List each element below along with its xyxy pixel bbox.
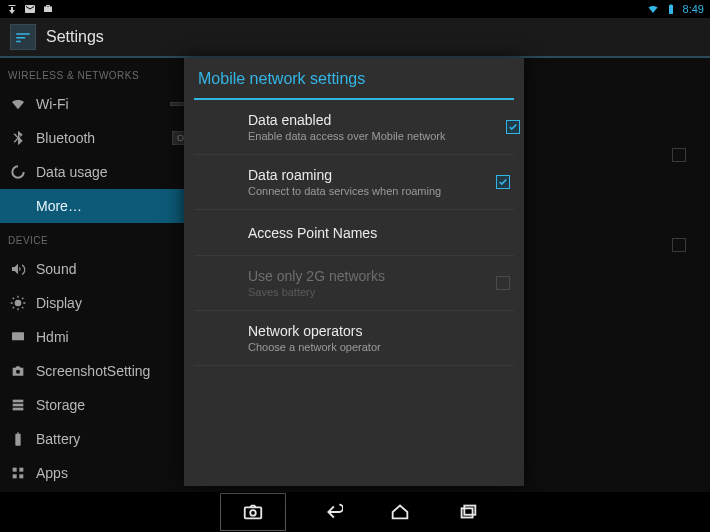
pref-title: Data roaming <box>248 167 486 183</box>
sidebar-item-label: Storage <box>36 397 200 413</box>
sidebar-item-apps[interactable]: Apps <box>0 456 210 490</box>
download-icon <box>6 3 18 15</box>
pref-summary: Saves battery <box>248 286 486 298</box>
nav-recent-button[interactable] <box>446 498 490 526</box>
category-header-device: DEVICE <box>0 223 210 252</box>
sidebar-item-label: More… <box>36 198 200 214</box>
sidebar-item-wifi[interactable]: Wi-Fi <box>0 87 210 121</box>
sidebar-item-screenshotsetting[interactable]: ScreenshotSetting <box>0 354 210 388</box>
dialog-title: Mobile network settings <box>184 58 524 98</box>
system-nav-bar <box>0 492 710 532</box>
camera-icon <box>231 498 275 526</box>
pref-summary: Enable data access over Mobile network <box>248 130 486 142</box>
battery-icon <box>665 3 677 15</box>
svg-rect-8 <box>13 474 17 478</box>
data-usage-icon <box>10 164 26 180</box>
camera-icon <box>10 363 26 379</box>
sidebar-item-datausage[interactable]: Data usage <box>0 155 210 189</box>
nav-home-button[interactable] <box>378 498 422 526</box>
sidebar-item-label: Hdmi <box>36 329 200 345</box>
svg-rect-4 <box>13 404 24 407</box>
pref-title: Network operators <box>248 323 486 339</box>
sidebar-item-storage[interactable]: Storage <box>0 388 210 422</box>
category-header-wireless: WIRELESS & NETWORKS <box>0 58 210 87</box>
svg-point-2 <box>16 370 20 374</box>
svg-rect-7 <box>19 468 23 472</box>
mail-icon <box>24 3 36 15</box>
sidebar-item-label: Apps <box>36 465 200 481</box>
app-title: Settings <box>46 28 104 46</box>
pref-data-roaming[interactable]: Data roaming Connect to data services wh… <box>194 154 514 209</box>
sidebar-item-more[interactable]: More… <box>0 189 210 223</box>
svg-rect-6 <box>13 468 17 472</box>
wifi-icon <box>10 96 26 112</box>
settings-sidebar: WIRELESS & NETWORKS Wi-Fi Bluetooth OFF … <box>0 58 210 492</box>
ghost-checkbox <box>672 148 686 162</box>
sidebar-item-battery[interactable]: Battery <box>0 422 210 456</box>
checkbox-checked-icon[interactable] <box>506 120 520 134</box>
checkbox-checked-icon[interactable] <box>496 175 510 189</box>
sidebar-item-label: Data usage <box>36 164 200 180</box>
nav-back-button[interactable] <box>310 498 354 526</box>
sidebar-item-label: Bluetooth <box>36 130 162 146</box>
sidebar-item-label: Display <box>36 295 200 311</box>
pref-title: Access Point Names <box>248 225 486 241</box>
sidebar-item-label: Battery <box>36 431 200 447</box>
storage-icon <box>10 397 26 413</box>
sidebar-item-label: ScreenshotSetting <box>36 363 200 379</box>
pref-data-enabled[interactable]: Data enabled Enable data access over Mob… <box>184 100 524 154</box>
svg-rect-1 <box>12 332 24 340</box>
pref-summary: Choose a network operator <box>248 341 486 353</box>
apps-icon <box>10 465 26 481</box>
sidebar-item-label: Sound <box>36 261 200 277</box>
sidebar-item-sound[interactable]: Sound <box>0 252 210 286</box>
pref-2g-only: Use only 2G networks Saves battery <box>194 255 514 310</box>
sidebar-item-bluetooth[interactable]: Bluetooth OFF <box>0 121 210 155</box>
pref-summary: Connect to data services when roaming <box>248 185 486 197</box>
svg-rect-5 <box>13 408 24 411</box>
hdmi-icon <box>10 329 26 345</box>
bluetooth-icon <box>10 130 26 146</box>
mobile-network-dialog: Mobile network settings Data enabled Ena… <box>184 58 524 486</box>
blank-icon <box>10 198 26 214</box>
ghost-checkbox <box>672 238 686 252</box>
pref-network-operators[interactable]: Network operators Choose a network opera… <box>194 310 514 366</box>
status-time: 8:49 <box>683 3 704 15</box>
sidebar-item-label: Wi-Fi <box>36 96 160 112</box>
app-bar: Settings <box>0 18 710 58</box>
svg-point-0 <box>15 300 22 307</box>
status-bar: 8:49 <box>0 0 710 18</box>
wifi-icon <box>647 3 659 15</box>
briefcase-icon <box>42 3 54 15</box>
settings-app-icon <box>10 24 36 50</box>
svg-rect-9 <box>19 474 23 478</box>
svg-rect-12 <box>462 508 473 517</box>
pref-title: Use only 2G networks <box>248 268 486 284</box>
pref-title: Data enabled <box>248 112 486 128</box>
checkbox-unchecked-icon <box>496 276 510 290</box>
svg-rect-13 <box>464 506 475 515</box>
svg-rect-10 <box>245 507 262 518</box>
svg-rect-3 <box>13 400 24 403</box>
battery-icon <box>10 431 26 447</box>
sound-icon <box>10 261 26 277</box>
pref-apn[interactable]: Access Point Names <box>194 209 514 255</box>
sidebar-item-hdmi[interactable]: Hdmi <box>0 320 210 354</box>
svg-point-11 <box>250 510 256 516</box>
sidebar-item-display[interactable]: Display <box>0 286 210 320</box>
content-backdrop: WIRELESS & NETWORKS Wi-Fi Bluetooth OFF … <box>0 58 710 492</box>
display-icon <box>10 295 26 311</box>
nav-screenshot-button[interactable] <box>220 493 286 531</box>
